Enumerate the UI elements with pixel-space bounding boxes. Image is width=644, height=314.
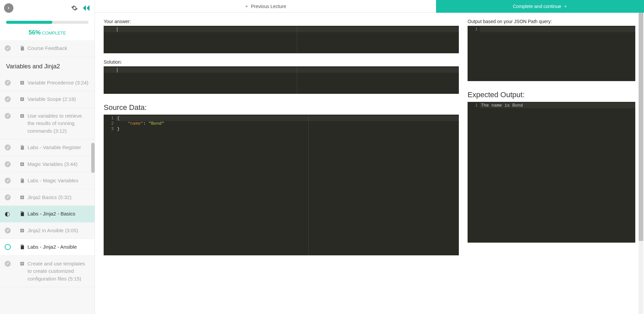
video-icon [19, 113, 25, 119]
status-done-icon [5, 144, 11, 150]
lesson-text: Variable Precedence (3:24) [28, 79, 89, 87]
solution-label: Solution: [104, 59, 459, 65]
doc-icon [19, 211, 25, 216]
lesson-text: Use variables to retrieve the results of… [28, 112, 90, 135]
status-empty-icon [5, 244, 11, 250]
previous-lecture-button[interactable]: Previous Lecture [95, 0, 436, 13]
status-done-icon [5, 45, 11, 51]
sidebar-item-2[interactable]: Use variables to retrieve the results of… [0, 108, 95, 140]
status-done-icon [5, 113, 11, 119]
status-done-icon [5, 178, 11, 184]
arrow-right-icon [563, 4, 567, 8]
arrow-left-icon [245, 4, 249, 8]
section-title: Variables and Jinja2 [0, 57, 95, 75]
lesson-text: Labs - Jinja2 - Ansible [28, 243, 77, 251]
status-half-icon [5, 211, 11, 217]
chevron-left-icon [7, 6, 11, 10]
lesson-text: Create and use templates to create custo… [28, 260, 90, 283]
progress-label: 56%COMPLETE [0, 26, 95, 40]
complete-continue-button[interactable]: Complete and continue [436, 0, 644, 13]
lesson-text: Magic Variables (3:44) [28, 161, 77, 168]
doc-icon [19, 46, 25, 51]
video-icon [19, 228, 25, 233]
main-scrollbar-thumb[interactable] [639, 13, 643, 241]
solution-editor[interactable] [104, 66, 459, 94]
answer-label: Your answer: [104, 19, 459, 24]
answer-editor[interactable] [104, 26, 459, 53]
content-area: Your answer: Solution: Source Data: 123 [95, 13, 644, 314]
lesson-text: Labs - Magic Variables [28, 177, 78, 185]
sidebar-item-4[interactable]: Magic Variables (3:44) [0, 156, 95, 173]
sidebar-item-9[interactable]: Labs - Jinja2 - Ansible [0, 239, 95, 256]
lesson-text: Labs - Jinja2 - Basics [28, 210, 75, 218]
video-icon [19, 261, 25, 266]
sidebar-item-feedback[interactable]: Course Feedback [0, 40, 95, 57]
lesson-text: Jinja2 in Ansible (3:05) [28, 227, 78, 235]
status-done-icon [5, 261, 11, 267]
video-icon [19, 97, 25, 102]
video-icon [19, 80, 25, 85]
sidebar-header [0, 0, 95, 16]
doc-icon [19, 145, 25, 150]
doc-icon [19, 244, 25, 250]
sidebar-item-7[interactable]: Labs - Jinja2 - Basics [0, 206, 95, 223]
back-button[interactable] [4, 3, 13, 13]
sidebar-item-8[interactable]: Jinja2 in Ansible (3:05) [0, 223, 95, 239]
progress-bar-container [0, 16, 95, 26]
main-scrollbar-track[interactable] [639, 13, 643, 314]
source-data-label: Source Data: [104, 103, 459, 112]
status-done-icon [5, 80, 11, 86]
main-content: Previous Lecture Complete and continue Y… [95, 0, 644, 314]
lesson-list[interactable]: Course Feedback Variables and Jinja2 Var… [0, 40, 95, 314]
sidebar-item-3[interactable]: Labs - Variable Register [0, 139, 95, 156]
sidebar-item-1[interactable]: Variable Scope (2:18) [0, 91, 95, 108]
status-done-icon [5, 96, 11, 102]
expected-output-editor[interactable]: 1 The name is Bond [468, 102, 635, 243]
gear-icon[interactable] [71, 5, 78, 11]
topbar: Previous Lecture Complete and continue [95, 0, 644, 13]
lesson-text: Variable Scope (2:18) [28, 96, 76, 103]
sidebar: 56%COMPLETE Course Feedback Variables an… [0, 0, 95, 314]
video-icon [19, 195, 25, 200]
sidebar-scrollbar[interactable] [91, 143, 95, 173]
video-icon [19, 162, 25, 167]
output-label: Output based on your JSON Path query: [468, 19, 635, 24]
collapse-icon[interactable] [82, 4, 91, 12]
sidebar-item-0[interactable]: Variable Precedence (3:24) [0, 75, 95, 91]
status-done-icon [5, 228, 11, 234]
status-done-icon [5, 194, 11, 200]
sidebar-item-10[interactable]: Create and use templates to create custo… [0, 256, 95, 288]
lesson-text: Jinja2 Basics (5:32) [28, 194, 71, 201]
output-editor[interactable]: 1 [468, 26, 635, 81]
doc-icon [19, 178, 25, 183]
sidebar-item-5[interactable]: Labs - Magic Variables [0, 173, 95, 189]
expected-output-label: Expected Output: [468, 90, 635, 99]
lesson-text: Labs - Variable Register [28, 144, 81, 151]
sidebar-item-6[interactable]: Jinja2 Basics (5:32) [0, 189, 95, 206]
source-data-editor[interactable]: 123 { "name": "Bond" } [104, 115, 459, 255]
status-done-icon [5, 161, 11, 167]
